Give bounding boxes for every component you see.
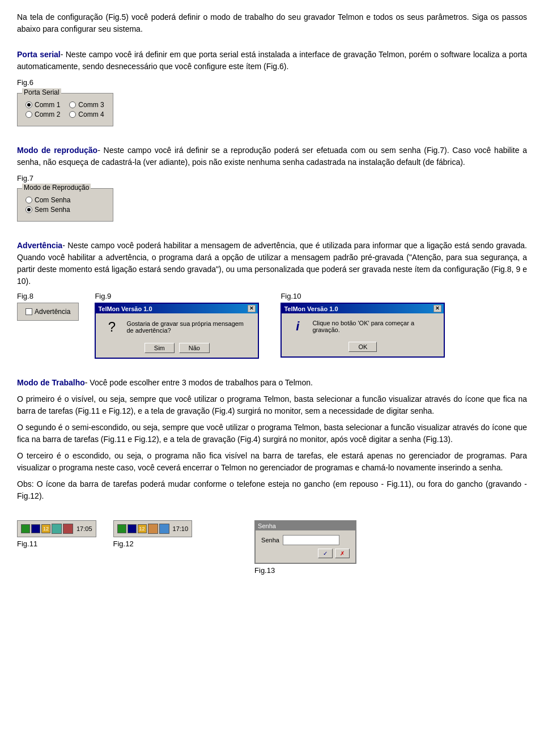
fig8-checkbox-label: Advertência xyxy=(35,308,70,316)
fig6-comm1-radio[interactable] xyxy=(26,101,32,108)
advertencia-text: - Neste campo você poderá habilitar a me… xyxy=(17,241,527,286)
fig7-group-title: Modo de Reprodução xyxy=(22,184,91,192)
fig9-sim-button[interactable]: Sim xyxy=(144,343,175,353)
fig7-com-senha-radio[interactable] xyxy=(26,197,32,203)
fig7-groupbox: Modo de Reprodução Com Senha Sem Senha xyxy=(17,188,113,222)
fig8-col: Fig.8 Advertência xyxy=(17,292,79,321)
fig13-senha-ok-button[interactable]: ✓ xyxy=(318,549,333,558)
fig6-comm2-label: Comm 2 xyxy=(35,111,60,118)
porta-serial-title: Porta serial xyxy=(17,50,61,59)
fig13-senha-titlebar: Senha xyxy=(256,521,355,530)
fig6-comm2-radio[interactable] xyxy=(26,111,32,118)
modo-trabalho-p3: O segundo é o semi-escondido, ou seja, s… xyxy=(17,422,527,445)
fig7-sem-senha-radio[interactable] xyxy=(26,206,32,213)
fig6-comm1-item[interactable]: Comm 1 xyxy=(26,101,60,109)
fig7-row2: Sem Senha xyxy=(26,206,105,214)
fig13-label: Fig.13 xyxy=(254,566,275,575)
fig6-comm3-item[interactable]: Comm 3 xyxy=(69,101,104,109)
fig6-row2: Comm 2 Comm 4 xyxy=(26,111,105,118)
fig8-checkbox[interactable] xyxy=(26,308,32,315)
fig10-label: Fig.10 xyxy=(280,292,301,300)
modo-rep-paragraph: Modo de reprodução- Neste campo você irá… xyxy=(17,145,527,168)
fig6-groupbox: Porta Serial Comm 1 Comm 3 Comm 2 xyxy=(17,93,113,126)
fig9-col: Fig.9 TelMon Versão 1.0 ✕ ? Gostaria de … xyxy=(95,292,259,359)
fig7-com-senha-item[interactable]: Com Senha xyxy=(26,196,70,204)
fig11-icon5 xyxy=(63,524,73,534)
fig13-senha-body: Senha ✓ ✗ xyxy=(256,530,355,563)
fig11-icon3: 12 xyxy=(41,524,50,533)
fig9-content-row: ? Gostaria de gravar sua própria mensage… xyxy=(103,319,251,335)
fig10-buttons: OK xyxy=(348,342,377,352)
fig13-senha-cancel-button[interactable]: ✗ xyxy=(335,549,350,558)
fig8-label: Fig.8 xyxy=(17,292,33,300)
advertencia-paragraph: Advertência- Neste campo você poderá hab… xyxy=(17,240,527,287)
fig10-title-text: TelMon Versão 1.0 xyxy=(284,305,338,312)
advertencia-title: Advertência xyxy=(17,241,62,250)
fig9-close-btn[interactable]: ✕ xyxy=(248,305,256,312)
fig12-icon5 xyxy=(159,524,169,534)
fig12-icon3: 12 xyxy=(138,524,147,533)
porta-serial-text: - Neste campo você irá definir em que po… xyxy=(17,50,527,71)
fig6-comm3-label: Comm 3 xyxy=(78,101,104,109)
fig13-senha-buttons: ✓ ✗ xyxy=(261,549,350,558)
fig9-body: ? Gostaria de gravar sua própria mensage… xyxy=(96,313,258,358)
fig6-label: Fig.6 xyxy=(17,77,527,88)
fig7-row1: Com Senha xyxy=(26,196,105,204)
fig9-dialog-text: Gostaria de gravar sua própria mensagem … xyxy=(126,320,251,334)
fig13-senha-dialog: Senha Senha ✓ ✗ xyxy=(254,520,356,564)
fig6-comm1-label: Comm 1 xyxy=(35,101,60,109)
fig10-close-btn[interactable]: ✕ xyxy=(434,305,441,312)
fig6-comm4-radio[interactable] xyxy=(69,111,76,118)
fig6-row1: Comm 1 Comm 3 xyxy=(26,101,105,109)
fig13-senha-input[interactable] xyxy=(283,535,339,545)
modo-trabalho-p2: O primeiro é o visível, ou seja, sempre … xyxy=(17,393,527,417)
intro-paragraph: Na tela de configuração (Fig.5) você pod… xyxy=(17,11,527,35)
fig11-icon2 xyxy=(31,524,40,533)
fig12-icon1 xyxy=(117,524,126,533)
bottom-figs-row: 12 17:05 Fig.11 12 17:10 Fig.12 Senha Se… xyxy=(17,520,527,577)
fig11-label: Fig.11 xyxy=(17,540,96,548)
fig10-info-icon: i xyxy=(288,319,307,334)
fig9-dialog: TelMon Versão 1.0 ✕ ? Gostaria de gravar… xyxy=(95,303,259,359)
fig11-col: 12 17:05 Fig.11 xyxy=(17,520,96,550)
fig11-taskbar: 12 17:05 xyxy=(17,520,96,537)
fig11-icon1 xyxy=(21,524,30,533)
fig6-comm2-item[interactable]: Comm 2 xyxy=(26,111,60,118)
fig10-dialog: TelMon Versão 1.0 ✕ i Clique no botão 'O… xyxy=(280,303,445,358)
fig6-comm4-label: Comm 4 xyxy=(78,111,104,118)
fig8-groupbox: Advertência xyxy=(17,303,79,321)
modo-trabalho-text1: - Você pode escolher entre 3 modos de tr… xyxy=(85,378,313,387)
fig10-title-buttons: ✕ xyxy=(434,305,441,312)
fig12-label: Fig.12 xyxy=(113,540,193,548)
fig6-group-title: Porta Serial xyxy=(22,88,61,96)
fig10-body: i Clique no botão 'OK' para começar a gr… xyxy=(282,313,444,356)
modo-trabalho-p4: O terceiro é o escondido, ou seja, o pro… xyxy=(17,450,527,474)
fig6-comm4-item[interactable]: Comm 4 xyxy=(69,111,104,118)
modo-rep-title: Modo de reprodução xyxy=(17,146,97,155)
fig11-time: 17:05 xyxy=(76,525,92,532)
fig9-nao-button[interactable]: Não xyxy=(179,343,210,353)
fig10-dialog-text: Clique no botão 'OK' para começar a grav… xyxy=(312,320,437,333)
fig13-senha-label: Senha xyxy=(261,537,279,543)
fig7-sem-senha-label: Sem Senha xyxy=(35,206,70,214)
fig9-title-buttons: ✕ xyxy=(248,305,256,312)
porta-serial-paragraph: Porta serial- Neste campo você irá defin… xyxy=(17,49,527,73)
fig9-label: Fig.9 xyxy=(95,292,111,300)
fig13-senha-row: Senha xyxy=(261,535,350,545)
fig9-question-icon: ? xyxy=(103,319,121,335)
modo-trabalho-obs: Obs: O ícone da barra de tarefas poderá … xyxy=(17,478,527,502)
fig10-ok-button[interactable]: OK xyxy=(348,342,377,352)
fig7-label: Fig.7 xyxy=(17,173,527,184)
fig12-col: 12 17:10 Fig.12 xyxy=(113,520,193,550)
fig7-com-senha-label: Com Senha xyxy=(35,196,70,204)
fig6-comm3-radio[interactable] xyxy=(69,101,76,108)
fig9-title-text: TelMon Versão 1.0 xyxy=(98,305,152,312)
fig8-checkbox-item[interactable]: Advertência xyxy=(26,308,70,316)
fig9-titlebar: TelMon Versão 1.0 ✕ xyxy=(96,304,258,313)
fig11-icon4 xyxy=(52,524,62,534)
fig10-col: Fig.10 TelMon Versão 1.0 ✕ i Clique no b… xyxy=(280,292,445,358)
fig7-sem-senha-item[interactable]: Sem Senha xyxy=(26,206,70,214)
fig12-time: 17:10 xyxy=(173,525,189,532)
fig10-content-row: i Clique no botão 'OK' para começar a gr… xyxy=(288,319,437,334)
fig12-icon2 xyxy=(128,524,137,533)
